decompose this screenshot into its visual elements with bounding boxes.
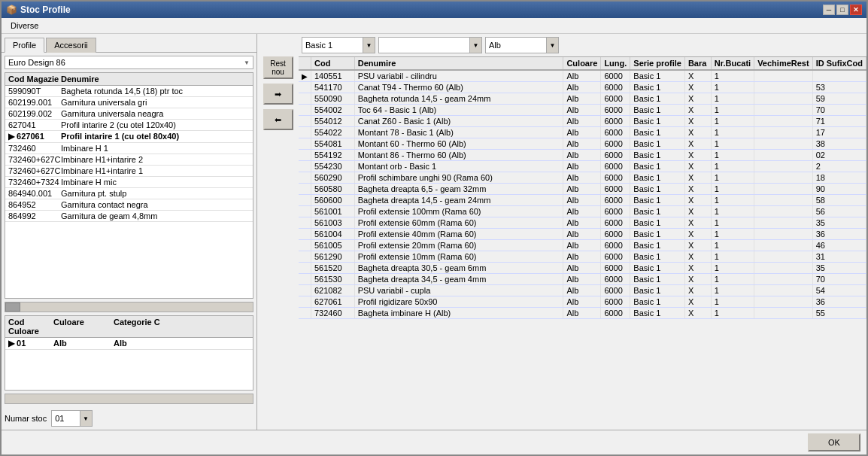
- row-lung: 6000: [601, 285, 630, 296]
- left-list-item[interactable]: 732460+627CImbinare H1+intarire 2: [5, 154, 253, 166]
- table-body: ▶ 140551 PSU variabil - cilindru Alb 600…: [299, 70, 866, 319]
- table-row[interactable]: 554002 Toc 64 - Basic 1 (Alb) Alb 6000 B…: [299, 105, 866, 116]
- row-arrow: [299, 150, 311, 161]
- table-row[interactable]: 554081 Montant 60 - Thermo 60 (Alb) Alb …: [299, 138, 866, 150]
- bottom-row-culoare: Alb: [53, 339, 114, 348]
- filter-1-arrow[interactable]: ▼: [363, 38, 375, 53]
- row-lung: 6000: [601, 105, 630, 116]
- tab-accesorii[interactable]: Accesorii: [46, 38, 96, 53]
- numar-stoc-row: Numar stoc 01 ▼: [2, 407, 256, 430]
- table-row[interactable]: 560290 Profil schimbare unghi 90 (Rama 6…: [299, 172, 866, 184]
- row-id-sufix: 70: [812, 105, 866, 116]
- th-bara[interactable]: Bara: [684, 57, 711, 70]
- table-row[interactable]: 561290 Profil extensie 10mm (Rama 60) Al…: [299, 251, 866, 263]
- th-culoare[interactable]: Culoare: [563, 57, 601, 70]
- left-list-item[interactable]: 602199.002Garnitura universala neagra: [5, 108, 253, 120]
- arrow-right-button[interactable]: ➡: [263, 84, 293, 105]
- th-serie[interactable]: Serie profile: [630, 57, 685, 70]
- row-cod: 560600: [311, 195, 355, 206]
- table-row[interactable]: 554022 Montant 78 - Basic 1 (Alb) Alb 60…: [299, 127, 866, 138]
- filter-3-arrow[interactable]: ▼: [546, 38, 558, 53]
- row-denumire: Bagheta dreapta 30,5 - geam 6mm: [354, 263, 563, 274]
- th-cod[interactable]: Cod: [311, 57, 355, 70]
- row-arrow: [299, 274, 311, 285]
- left-list-item[interactable]: 732460Imbinare H 1: [5, 143, 253, 154]
- table-row[interactable]: 554230 Montant orb - Basic 1 Alb 6000 Ba…: [299, 161, 866, 172]
- filter-combo-3[interactable]: Alb ▼: [485, 37, 559, 53]
- col-cod-culoare: Cod Culoare: [8, 318, 53, 336]
- left-list-item[interactable]: 864952Garnitura contact negra: [5, 199, 253, 211]
- restore-button[interactable]: □: [836, 5, 848, 15]
- numar-stoc-arrow[interactable]: ▼: [80, 411, 92, 426]
- row-vechime: [754, 138, 812, 150]
- table-row[interactable]: 554192 Montant 86 - Thermo 60 (Alb) Alb …: [299, 150, 866, 161]
- left-list-item[interactable]: 864992Garnitura de geam 4,8mm: [5, 211, 253, 222]
- table-row[interactable]: 627061 Profil rigidizare 50x90 Alb 6000 …: [299, 296, 866, 308]
- filter-combo-1[interactable]: Basic 1 ▼: [302, 37, 375, 53]
- th-id-sufix[interactable]: ID SufixCod: [812, 57, 866, 70]
- table-row[interactable]: ▶ 140551 PSU variabil - cilindru Alb 600…: [299, 70, 866, 82]
- close-button[interactable]: ✕: [850, 5, 862, 15]
- th-nr-bucati[interactable]: Nr.Bucati: [711, 57, 754, 70]
- table-row[interactable]: 561520 Bagheta dreapta 30,5 - geam 6mm A…: [299, 263, 866, 274]
- table-row[interactable]: 550090 Bagheta rotunda 14,5 - geam 24mm …: [299, 93, 866, 105]
- data-table-container[interactable]: Cod Denumire Culoare Lung. Serie profile…: [299, 57, 866, 430]
- table-row[interactable]: 560580 Bagheta dreapta 6,5 - geam 32mm A…: [299, 184, 866, 195]
- numar-stoc-combo[interactable]: 01 ▼: [51, 410, 92, 427]
- table-row[interactable]: 561005 Profil extensie 20mm (Rama 60) Al…: [299, 240, 866, 251]
- filter-2-arrow[interactable]: ▼: [469, 38, 481, 53]
- row-id-sufix: 54: [812, 285, 866, 296]
- row-id-sufix: 2: [812, 161, 866, 172]
- row-bara: X: [684, 206, 711, 217]
- euro-design-combo[interactable]: Euro Design 86 ▼: [5, 56, 253, 69]
- left-list-item[interactable]: 627041Profil intarire 2 (cu otel 120x40): [5, 120, 253, 131]
- table-row[interactable]: 541170 Canat T94 - Thermo 60 (Alb) Alb 6…: [299, 82, 866, 93]
- filter-3-value: Alb: [486, 39, 546, 51]
- row-serie: Basic 1: [630, 70, 685, 82]
- bottom-list-hscrollbar[interactable]: [5, 394, 253, 404]
- left-list-item[interactable]: 599090TBagheta rotunda 14,5 (18) ptr toc: [5, 86, 253, 97]
- th-vechime[interactable]: VechimeRest: [754, 57, 812, 70]
- menu-diverse[interactable]: Diverse: [6, 20, 43, 32]
- th-lung[interactable]: Lung.: [601, 57, 630, 70]
- row-lung: 6000: [601, 161, 630, 172]
- filter-1-value: Basic 1: [302, 39, 363, 51]
- row-id-sufix: 58: [812, 195, 866, 206]
- left-list-item[interactable]: ▶ 627061Profil intarire 1 (cu otel 80x40…: [5, 131, 253, 143]
- table-row[interactable]: 561001 Profil extensie 100mm (Rama 60) A…: [299, 206, 866, 217]
- hscroll-thumb[interactable]: [5, 302, 20, 312]
- left-list-hscrollbar[interactable]: [5, 302, 253, 312]
- row-serie: Basic 1: [630, 150, 685, 161]
- ok-button[interactable]: OK: [808, 433, 860, 451]
- left-list-item[interactable]: 864940.001Garnitura pt. stulp: [5, 188, 253, 199]
- table-row[interactable]: 621082 PSU variabil - cupla Alb 6000 Bas…: [299, 285, 866, 296]
- table-row[interactable]: 561004 Profil extensie 40mm (Rama 60) Al…: [299, 229, 866, 240]
- row-lung: 6000: [601, 251, 630, 263]
- left-list-item[interactable]: 732460+7324Imbinare H mic: [5, 177, 253, 188]
- numar-stoc-label: Numar stoc: [5, 414, 47, 423]
- table-row[interactable]: 732460 Bagheta imbinare H (Alb) Alb 6000…: [299, 308, 866, 319]
- row-arrow: [299, 240, 311, 251]
- left-list[interactable]: Cod Magazie Denumire 599090TBagheta rotu…: [5, 72, 253, 299]
- left-row-denumire: Garnitura universala gri: [61, 98, 250, 107]
- minimize-button[interactable]: ─: [823, 5, 835, 15]
- table-row[interactable]: 561003 Profil extensie 60mm (Rama 60) Al…: [299, 217, 866, 229]
- bottom-color-list[interactable]: Cod Culoare Culoare Categorie C ▶ 01AlbA…: [5, 315, 253, 391]
- filter-combo-2[interactable]: ▼: [378, 37, 482, 53]
- left-list-item[interactable]: 732460+627CImbinare H1+intarire 1: [5, 166, 253, 177]
- row-arrow: [299, 105, 311, 116]
- th-denumire[interactable]: Denumire: [354, 57, 563, 70]
- row-bara: X: [684, 93, 711, 105]
- tab-profile[interactable]: Profile: [5, 38, 44, 53]
- table-row[interactable]: 554012 Canat Z60 - Basic 1 (Alb) Alb 600…: [299, 116, 866, 127]
- row-denumire: Bagheta dreapta 34,5 - geam 4mm: [354, 274, 563, 285]
- bottom-list-item[interactable]: ▶ 01AlbAlb: [5, 338, 253, 350]
- left-row-cod: 864940.001: [8, 189, 61, 198]
- rest-nou-button[interactable]: Rest nou: [263, 56, 293, 79]
- left-list-item[interactable]: 602199.001Garnitura universala gri: [5, 97, 253, 108]
- tab-bar: Profile Accesorii: [2, 34, 256, 53]
- arrow-left-button[interactable]: ⬅: [263, 109, 293, 130]
- row-arrow: [299, 138, 311, 150]
- table-row[interactable]: 561530 Bagheta dreapta 34,5 - geam 4mm A…: [299, 274, 866, 285]
- table-row[interactable]: 560600 Bagheta dreapta 14,5 - geam 24mm …: [299, 195, 866, 206]
